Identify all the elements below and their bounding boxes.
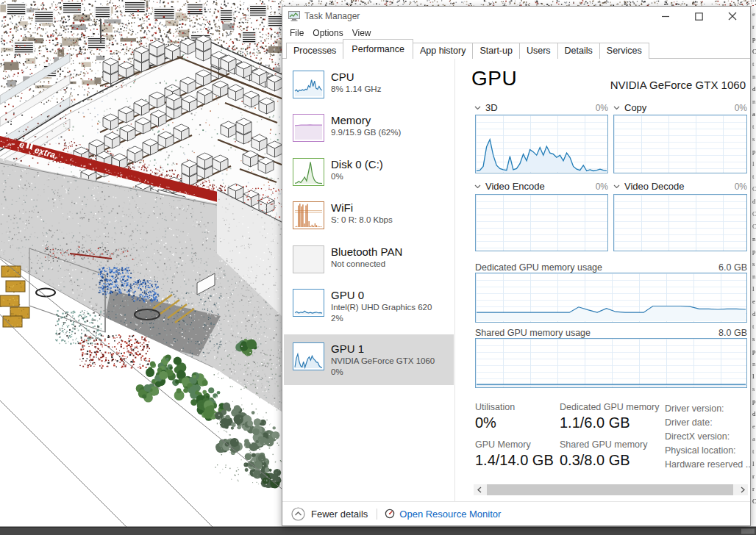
gpu1-stats: 0% bbox=[331, 367, 435, 378]
footer-separator bbox=[377, 509, 377, 520]
dedicated-memory-label: Dedicated GPU memory usage bbox=[475, 262, 602, 273]
tab-strip: Processes Performance App history Start-… bbox=[282, 40, 750, 59]
tab-details[interactable]: Details bbox=[557, 43, 600, 59]
video-decode-chart[interactable] bbox=[613, 194, 747, 251]
scroll-right-arrow[interactable] bbox=[737, 484, 748, 495]
memory-label: Memory bbox=[331, 114, 401, 127]
chart-header-3d[interactable]: 3D bbox=[474, 102, 498, 113]
title-bar[interactable]: Task Manager bbox=[282, 7, 750, 26]
chart-header-copy[interactable]: Copy bbox=[613, 102, 646, 113]
menu-options[interactable]: Options bbox=[308, 26, 347, 40]
tab-services[interactable]: Services bbox=[599, 43, 649, 59]
wifi-label: WiFi bbox=[331, 201, 393, 215]
chevron-down-icon bbox=[613, 184, 620, 189]
gpu0-stats: 2% bbox=[331, 313, 432, 324]
sidebar-item-gpu1[interactable]: GPU 1NVIDIA GeForce GTX 10600% bbox=[284, 334, 454, 385]
hardware-reserved-label: Hardware reserved ... bbox=[665, 458, 750, 472]
menu-file[interactable]: File bbox=[285, 26, 308, 40]
gpu-3d-chart[interactable] bbox=[475, 115, 608, 173]
chart-label-copy: Copy bbox=[624, 102, 646, 113]
wifi-thumbnail bbox=[293, 201, 324, 229]
bluetooth-thumbnail bbox=[293, 245, 324, 273]
driver-version-label: Driver version: bbox=[665, 402, 750, 416]
horizontal-scrollbar[interactable] bbox=[474, 484, 748, 495]
sidebar-item-wifi[interactable]: WiFiS: 0 R: 8.0 Kbps bbox=[284, 199, 454, 231]
open-resource-monitor-link[interactable]: Open Resource Monitor bbox=[385, 509, 501, 520]
chevron-down-icon bbox=[613, 106, 620, 110]
disk-label: Disk 0 (C:) bbox=[331, 158, 383, 171]
sidebar-item-cpu[interactable]: CPU8% 1.14 GHz bbox=[284, 68, 454, 101]
driver-date-label: Driver date: bbox=[665, 416, 750, 430]
shared-gpu-memory-value: 0.3/8.0 GB bbox=[560, 452, 630, 469]
gpu0-sparkline bbox=[294, 290, 323, 315]
scrollbar-thumb[interactable] bbox=[487, 484, 733, 495]
chart-label-video-encode: Video Encode bbox=[485, 181, 545, 192]
maximize-button[interactable] bbox=[682, 7, 716, 26]
dedicated-gpu-memory-label: Dedicated GPU memory bbox=[560, 402, 659, 412]
sidebar-item-disk[interactable]: Disk 0 (C:)0% bbox=[284, 156, 454, 188]
utilisation-value: 0% bbox=[475, 414, 496, 431]
chart-label-3d: 3D bbox=[485, 102, 498, 113]
shared-memory-max: 8.0 GB bbox=[694, 328, 747, 338]
dedicated-memory-chart[interactable] bbox=[475, 273, 747, 323]
gpu-device-name: NVIDIA GeForce GTX 1060 bbox=[610, 79, 746, 91]
close-button[interactable] bbox=[716, 7, 749, 26]
gpu-memory-label: GPU Memory bbox=[475, 439, 531, 450]
shared-memory-chart[interactable] bbox=[475, 338, 747, 388]
wifi-stats: S: 0 R: 8.0 Kbps bbox=[331, 215, 393, 226]
chart-value-video-decode: 0% bbox=[719, 182, 747, 192]
wifi-sparkline bbox=[294, 203, 323, 228]
performance-content: CPU8% 1.14 GHz Memory9.9/15.9 GB (62%) D… bbox=[282, 59, 750, 501]
sidebar-item-bluetooth[interactable]: Bluetooth PANNot connected bbox=[284, 243, 454, 276]
chevron-down-icon bbox=[474, 184, 481, 189]
shared-memory-label: Shared GPU memory usage bbox=[475, 328, 591, 338]
tab-app-history[interactable]: App history bbox=[413, 43, 474, 59]
chevron-down-icon bbox=[474, 106, 481, 110]
chart-label-video-decode: Video Decode bbox=[624, 181, 684, 192]
close-icon bbox=[728, 12, 737, 21]
gpu1-label: GPU 1 bbox=[331, 342, 435, 356]
chevron-left-icon bbox=[477, 486, 482, 493]
fewer-details-button[interactable]: Fewer details bbox=[291, 507, 368, 521]
chart-value-video-encode: 0% bbox=[580, 182, 608, 192]
dedicated-memory-max: 6.0 GB bbox=[694, 262, 747, 273]
tab-processes[interactable]: Processes bbox=[286, 43, 343, 59]
disk-thumbnail bbox=[293, 158, 324, 186]
maximize-icon bbox=[695, 12, 703, 21]
dedicated-memory-sparkline bbox=[476, 273, 746, 322]
cpu-label: CPU bbox=[331, 71, 381, 84]
gpu-copy-chart[interactable] bbox=[613, 115, 747, 173]
chevron-right-icon bbox=[741, 486, 745, 493]
gpu-memory-value: 1.4/14.0 GB bbox=[475, 452, 554, 469]
memory-stats: 9.9/15.9 GB (62%) bbox=[331, 127, 401, 138]
chart-value-3d: 0% bbox=[580, 103, 608, 113]
cpu-thumbnail bbox=[293, 71, 324, 98]
menu-bar: File Options View bbox=[282, 26, 750, 40]
sidebar-item-memory[interactable]: Memory9.9/15.9 GB (62%) bbox=[284, 112, 454, 144]
minimize-button[interactable] bbox=[649, 7, 682, 26]
task-manager-icon bbox=[288, 11, 300, 21]
chart-header-video-encode[interactable]: Video Encode bbox=[474, 181, 545, 192]
cpu-stats: 8% 1.14 GHz bbox=[331, 84, 381, 95]
disk-sparkline bbox=[294, 159, 323, 184]
memory-thumbnail bbox=[293, 114, 324, 142]
tab-performance[interactable]: Performance bbox=[343, 39, 413, 59]
sidebar-item-gpu0[interactable]: GPU 0Intel(R) UHD Graphics 6202% bbox=[284, 287, 454, 326]
gpu0-name: Intel(R) UHD Graphics 620 bbox=[331, 302, 432, 313]
gpu0-label: GPU 0 bbox=[331, 289, 432, 302]
tab-startup[interactable]: Start-up bbox=[472, 43, 519, 59]
video-encode-chart[interactable] bbox=[475, 194, 608, 251]
gpu-heading: GPU bbox=[471, 67, 517, 90]
scroll-left-arrow[interactable] bbox=[474, 484, 485, 495]
chart-header-video-decode[interactable]: Video Decode bbox=[613, 181, 684, 192]
open-resource-monitor-label: Open Resource Monitor bbox=[399, 509, 501, 520]
menu-view[interactable]: View bbox=[348, 26, 376, 40]
dedicated-gpu-memory-value: 1.1/6.0 GB bbox=[560, 414, 630, 431]
bluetooth-stats: Not connected bbox=[331, 259, 402, 270]
tab-users[interactable]: Users bbox=[519, 43, 558, 59]
fewer-details-label: Fewer details bbox=[311, 509, 368, 520]
driver-info: Driver version: Driver date: DirectX ver… bbox=[665, 402, 750, 472]
task-manager-window: Task Manager File Options View Processes… bbox=[282, 6, 751, 526]
resource-monitor-icon bbox=[385, 509, 395, 519]
physical-location-label: Physical location: bbox=[665, 444, 750, 458]
